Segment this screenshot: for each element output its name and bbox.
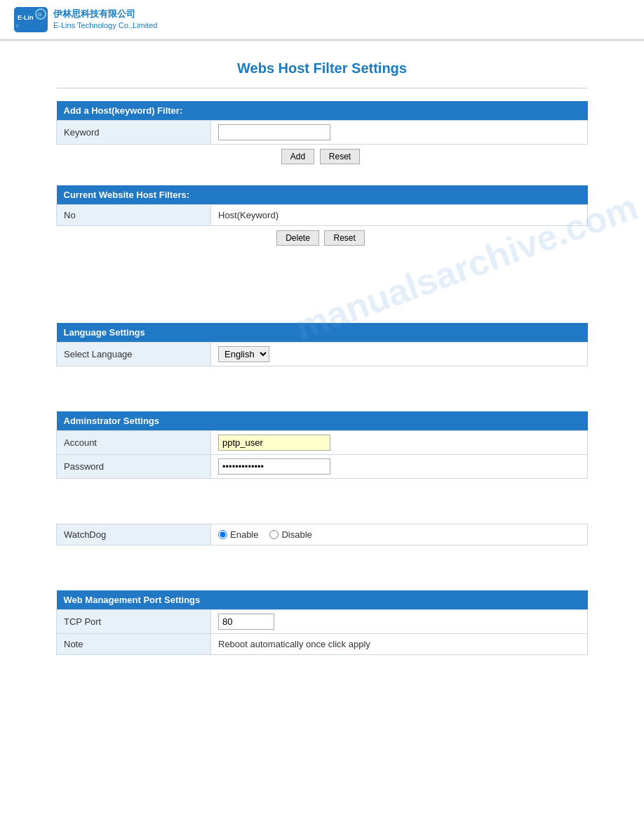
note-value: Reboot automatically once click apply bbox=[211, 634, 588, 655]
main-content: Webs Host Filter Settings Add a Host(key… bbox=[0, 41, 644, 700]
watchdog-enable-label[interactable]: Enable bbox=[218, 529, 258, 540]
watchdog-label: WatchDog bbox=[57, 524, 211, 545]
keyword-input[interactable] bbox=[218, 124, 330, 140]
account-input[interactable] bbox=[218, 435, 330, 451]
add-host-filter-header: Add a Host(keyword) Filter: bbox=[57, 101, 588, 121]
password-value-cell bbox=[211, 455, 588, 479]
web-mgmt-section: Web Management Port Settings TCP Port No… bbox=[56, 590, 588, 655]
add-host-filter-section: Add a Host(keyword) Filter: Keyword Add … bbox=[56, 101, 588, 168]
select-language-cell: English bbox=[211, 343, 588, 366]
language-select[interactable]: English bbox=[218, 346, 269, 362]
svg-text:E-Lin: E-Lin bbox=[18, 14, 34, 21]
company-name-en: E-Lins Technology Co.,Limited bbox=[53, 20, 157, 31]
svg-text:G: G bbox=[38, 12, 41, 17]
watchdog-options: Enable Disable bbox=[211, 524, 588, 545]
note-label: Note bbox=[57, 634, 211, 655]
col-host-header: Host(Keyword) bbox=[211, 205, 588, 226]
reset-add-button[interactable]: Reset bbox=[320, 149, 360, 164]
watchdog-disable-text: Disable bbox=[281, 529, 311, 540]
tcp-port-label: TCP Port bbox=[57, 610, 211, 634]
logo: E-Lin s G 伊林思科技有限公司 E-Lins Technology Co… bbox=[14, 7, 157, 32]
watchdog-section: WatchDog Enable Disable bbox=[56, 524, 588, 545]
watchdog-radio-group: Enable Disable bbox=[218, 529, 580, 540]
note-text: Reboot automatically once click apply bbox=[218, 639, 370, 649]
company-name-cn: 伊林思科技有限公司 bbox=[53, 8, 157, 20]
password-label: Password bbox=[57, 455, 211, 479]
watchdog-disable-radio[interactable] bbox=[269, 530, 279, 539]
filter-action-buttons: Delete Reset bbox=[57, 226, 588, 251]
admin-settings-section: Adminstrator Settings Account Password bbox=[56, 411, 588, 479]
page-title: Webs Host Filter Settings bbox=[56, 48, 588, 84]
add-filter-buttons: Add Reset bbox=[57, 145, 588, 169]
divider bbox=[56, 88, 588, 88]
logo-icon: E-Lin s G bbox=[14, 7, 48, 32]
tcp-port-cell bbox=[211, 610, 588, 634]
password-input[interactable] bbox=[218, 458, 330, 475]
delete-button[interactable]: Delete bbox=[276, 230, 319, 246]
watchdog-disable-label[interactable]: Disable bbox=[269, 529, 311, 540]
language-settings-section: Language Settings Select Language Englis… bbox=[56, 323, 588, 366]
tcp-port-input[interactable] bbox=[218, 614, 274, 630]
account-value-cell bbox=[211, 431, 588, 455]
admin-settings-header: Adminstrator Settings bbox=[57, 411, 588, 431]
account-label: Account bbox=[57, 431, 211, 455]
col-no-header: No bbox=[57, 205, 211, 226]
page-header: E-Lin s G 伊林思科技有限公司 E-Lins Technology Co… bbox=[0, 0, 644, 41]
current-filters-section: Current Website Host Filters: No Host(Ke… bbox=[56, 185, 588, 250]
select-language-label: Select Language bbox=[57, 343, 211, 366]
web-mgmt-header: Web Management Port Settings bbox=[57, 590, 588, 610]
language-settings-header: Language Settings bbox=[57, 323, 588, 343]
keyword-value-cell bbox=[211, 121, 588, 145]
add-button[interactable]: Add bbox=[281, 149, 314, 164]
reset-filters-button[interactable]: Reset bbox=[324, 230, 364, 246]
keyword-label: Keyword bbox=[57, 121, 211, 145]
svg-text:s: s bbox=[16, 23, 19, 28]
logo-text: 伊林思科技有限公司 E-Lins Technology Co.,Limited bbox=[53, 8, 157, 32]
watchdog-enable-radio[interactable] bbox=[218, 530, 227, 539]
watchdog-enable-text: Enable bbox=[230, 529, 258, 540]
current-filters-header: Current Website Host Filters: bbox=[57, 185, 588, 205]
